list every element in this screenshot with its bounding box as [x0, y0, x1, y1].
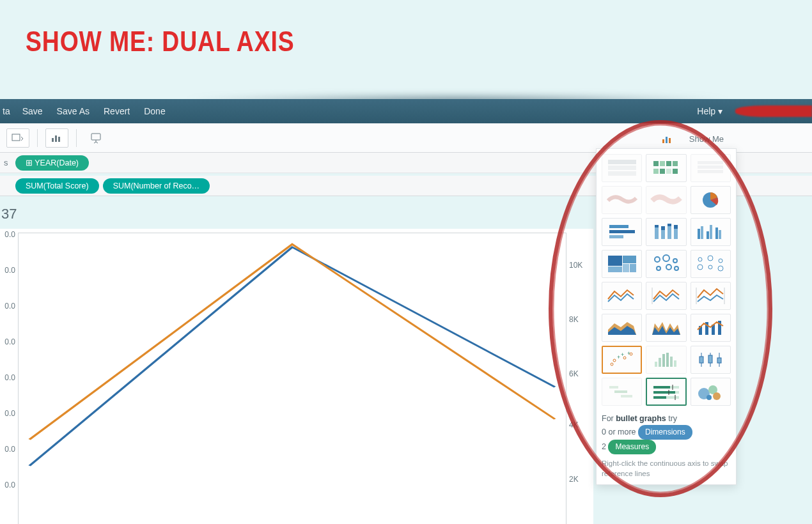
chart-type-treemap[interactable] [602, 250, 642, 278]
menu-revert[interactable]: Revert [97, 106, 137, 116]
svg-point-65 [613, 359, 616, 362]
chart-type-dual-line[interactable] [691, 282, 731, 310]
chart-type-area-continuous[interactable] [602, 314, 642, 342]
svg-rect-23 [609, 225, 629, 228]
chart-type-text-table[interactable] [602, 154, 642, 182]
chart-type-symbol-map[interactable] [602, 186, 642, 214]
svg-rect-72 [659, 358, 661, 367]
svg-rect-74 [666, 353, 669, 367]
svg-point-56 [718, 266, 723, 271]
svg-rect-84 [614, 390, 627, 393]
svg-point-48 [657, 266, 660, 270]
svg-rect-8 [608, 160, 636, 164]
chart-type-line-continuous[interactable] [602, 282, 642, 310]
svg-rect-83 [609, 386, 618, 389]
svg-rect-19 [698, 161, 723, 164]
svg-rect-11 [653, 161, 659, 166]
svg-rect-78 [699, 357, 703, 363]
svg-rect-21 [698, 170, 723, 173]
svg-rect-2 [55, 135, 57, 142]
svg-rect-33 [674, 225, 678, 229]
svg-point-52 [698, 265, 703, 270]
chart-type-dual-combination[interactable] [691, 314, 731, 342]
svg-rect-18 [673, 169, 678, 174]
right-axis-ticks: 10K 8K 6K 4K 2K [569, 229, 592, 524]
chart-plot[interactable] [18, 233, 566, 524]
chart-type-packed-bubbles[interactable] [691, 378, 731, 406]
svg-rect-31 [668, 224, 671, 226]
svg-rect-38 [715, 227, 718, 239]
pill-year-date[interactable]: ⊞ YEAR(Date) [15, 155, 89, 171]
svg-point-51 [698, 258, 702, 261]
app-menu-bar: ta Save Save As Revert Done Help ▾ [0, 99, 812, 123]
chart-type-highlight-table[interactable] [691, 154, 731, 182]
svg-rect-85 [621, 395, 632, 397]
chart-type-gantt[interactable] [602, 378, 642, 406]
series-number-records [29, 244, 555, 440]
chart-type-line-discrete[interactable] [646, 282, 686, 310]
svg-rect-6 [666, 137, 668, 143]
svg-rect-37 [710, 225, 712, 239]
svg-rect-39 [719, 230, 721, 239]
svg-rect-75 [670, 357, 673, 367]
svg-rect-90 [653, 391, 675, 394]
fit-dropdown-button[interactable] [6, 128, 29, 148]
chart-type-bullet[interactable] [646, 378, 686, 406]
dimensions-pill: Dimensions [638, 425, 692, 440]
svg-rect-4 [91, 134, 100, 140]
show-me-sub-hint: Right-click the continuous axis to swap … [602, 458, 731, 479]
chart-type-button[interactable] [45, 128, 68, 148]
svg-rect-42 [623, 256, 636, 263]
svg-rect-73 [662, 354, 665, 367]
chart-type-scatter[interactable]: +++ [602, 346, 642, 374]
svg-rect-93 [653, 396, 666, 399]
chart-type-side-by-side-bar[interactable] [691, 218, 731, 246]
measures-pill: Measures [608, 440, 656, 454]
menu-save[interactable]: Save [15, 106, 50, 116]
show-me-icon[interactable] [662, 134, 671, 142]
pill-sum-number-records[interactable]: SUM(Number of Reco… [103, 178, 210, 194]
svg-rect-76 [674, 360, 676, 367]
svg-rect-36 [707, 231, 709, 239]
svg-rect-28 [661, 230, 665, 239]
show-me-hint: For bullet graphs try 0 or more Dimensio… [602, 412, 731, 479]
value-readout: 37 [1, 206, 17, 222]
menu-save-as[interactable]: Save As [50, 106, 97, 116]
svg-rect-0 [12, 134, 20, 141]
svg-point-53 [708, 256, 713, 261]
pill-sum-total-score[interactable]: SUM(Total Score) [15, 178, 99, 194]
svg-point-97 [713, 392, 721, 400]
menu-done[interactable]: Done [137, 106, 172, 116]
chart-type-heat-map[interactable] [646, 154, 686, 182]
chart-type-pie[interactable] [691, 186, 731, 214]
svg-point-98 [707, 395, 712, 400]
svg-rect-87 [653, 386, 670, 389]
svg-rect-44 [630, 264, 636, 272]
show-me-grid: +++ [602, 154, 731, 406]
chart-type-stacked-bar[interactable] [646, 218, 686, 246]
chart-type-filled-map[interactable] [646, 186, 686, 214]
series-total-score [29, 247, 555, 466]
chart-type-circle-view[interactable] [646, 250, 686, 278]
chart-area[interactable]: 0.0 0.0 0.0 0.0 0.0 0.0 0.0 0.0 10K 8K 6… [0, 229, 593, 524]
svg-rect-15 [653, 169, 659, 174]
chart-type-side-by-side-circle[interactable] [691, 250, 731, 278]
presentation-button[interactable] [84, 128, 107, 148]
svg-text:+: + [617, 354, 620, 360]
show-me-label[interactable]: Show Me [689, 134, 724, 144]
svg-rect-27 [655, 225, 659, 227]
chart-type-box-plot[interactable] [691, 346, 731, 374]
svg-rect-13 [666, 161, 671, 166]
svg-rect-80 [708, 355, 712, 363]
svg-rect-3 [58, 137, 60, 142]
chart-type-area-discrete[interactable] [646, 314, 686, 342]
svg-rect-34 [698, 229, 700, 239]
svg-point-64 [611, 363, 613, 366]
svg-point-46 [663, 255, 669, 261]
svg-rect-17 [666, 169, 671, 174]
data-label: ta [0, 106, 15, 116]
chart-type-horizontal-bar[interactable] [602, 218, 642, 246]
svg-rect-29 [661, 226, 665, 230]
chart-type-histogram[interactable] [646, 346, 686, 374]
svg-rect-25 [609, 235, 623, 238]
